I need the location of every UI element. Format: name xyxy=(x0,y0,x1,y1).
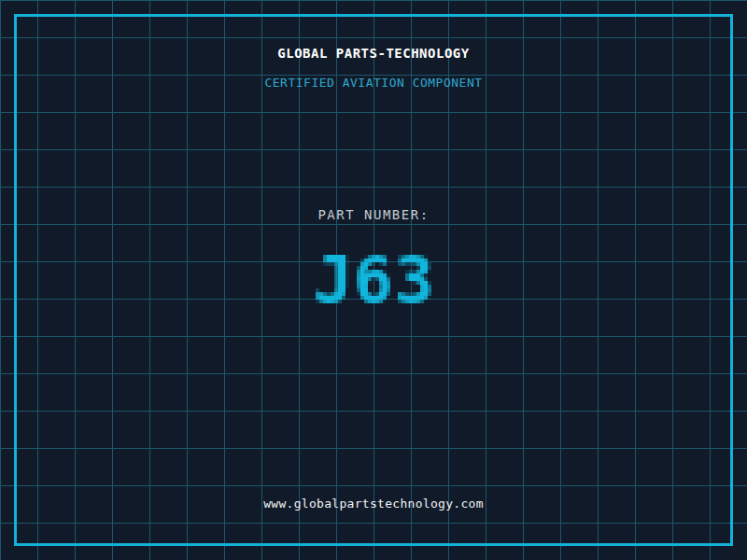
website-url: www.globalpartstechnology.com xyxy=(0,497,747,511)
part-number-value xyxy=(289,240,458,329)
part-number-label: PART NUMBER: xyxy=(0,207,747,222)
page-title: GLOBAL PARTS-TECHNOLOGY xyxy=(0,46,747,61)
page-subtitle: CERTIFIED AVIATION COMPONENT xyxy=(0,76,747,90)
